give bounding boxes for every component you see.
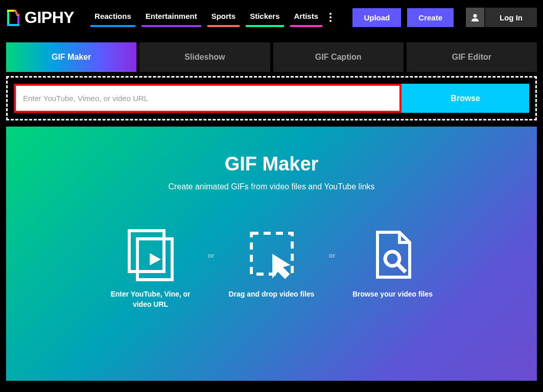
svg-rect-4 — [14, 10, 16, 12]
login-button[interactable]: Log In — [485, 13, 537, 22]
video-url-icon — [125, 226, 176, 283]
upload-button[interactable]: Upload — [352, 8, 401, 27]
tab-gif-editor[interactable]: GIF Editor — [407, 42, 537, 72]
browse-button[interactable]: Browse — [402, 84, 529, 113]
svg-rect-1 — [17, 15, 19, 25]
url-drop-zone[interactable]: Browse — [6, 76, 537, 120]
method-drag: Drag and drop video files — [226, 226, 318, 300]
svg-rect-6 — [16, 14, 19, 16]
method-browse-label: Browse your video files — [352, 289, 433, 300]
tab-gif-caption[interactable]: GIF Caption — [273, 42, 404, 72]
or-separator: or — [208, 252, 215, 259]
nav-reactions[interactable]: Reactions — [87, 8, 138, 27]
or-separator: or — [329, 252, 336, 259]
drag-drop-icon — [246, 226, 297, 283]
nav-artists[interactable]: Artists — [287, 8, 326, 27]
nav-entertainment[interactable]: Entertainment — [138, 8, 204, 27]
svg-point-11 — [385, 252, 399, 266]
hero-panel: GIF Maker Create animated GIFs from vide… — [6, 127, 537, 381]
svg-rect-5 — [15, 12, 17, 14]
svg-rect-2 — [7, 24, 19, 26]
user-box: Log In — [466, 8, 537, 27]
svg-rect-8 — [129, 231, 164, 272]
svg-rect-10 — [251, 233, 292, 274]
methods-row: Enter YouTube, Vine, or video URL or Dra… — [6, 226, 537, 309]
svg-rect-3 — [7, 10, 14, 12]
logo-text: GIPHY — [25, 8, 74, 27]
hero-subtitle: Create animated GIFs from video files an… — [6, 182, 537, 191]
nav-more-icon[interactable] — [325, 8, 336, 27]
avatar-icon[interactable] — [466, 8, 485, 27]
svg-rect-0 — [7, 11, 9, 25]
svg-point-7 — [474, 14, 477, 18]
hero-title: GIF Maker — [6, 153, 537, 175]
header: GIPHY Reactions Entertainment Sports Sti… — [0, 0, 543, 32]
tool-tabs: GIF Maker Slideshow GIF Caption GIF Edit… — [0, 32, 543, 72]
logo[interactable]: GIPHY — [6, 8, 74, 27]
method-browse: Browse your video files — [347, 226, 439, 300]
nav-sports[interactable]: Sports — [204, 8, 243, 27]
main-nav: Reactions Entertainment Sports Stickers … — [87, 8, 336, 27]
browse-file-icon — [370, 226, 416, 283]
tab-slideshow[interactable]: Slideshow — [139, 42, 270, 72]
create-button[interactable]: Create — [407, 8, 454, 27]
method-url-label: Enter YouTube, Vine, or video URL — [105, 289, 197, 309]
svg-line-12 — [397, 264, 406, 272]
method-url: Enter YouTube, Vine, or video URL — [105, 226, 197, 309]
video-url-input[interactable] — [14, 84, 402, 113]
giphy-logo-icon — [6, 9, 20, 26]
url-row: Browse — [14, 84, 529, 113]
tab-gif-maker[interactable]: GIF Maker — [6, 42, 136, 72]
nav-stickers[interactable]: Stickers — [243, 8, 287, 27]
method-drag-label: Drag and drop video files — [228, 289, 314, 300]
